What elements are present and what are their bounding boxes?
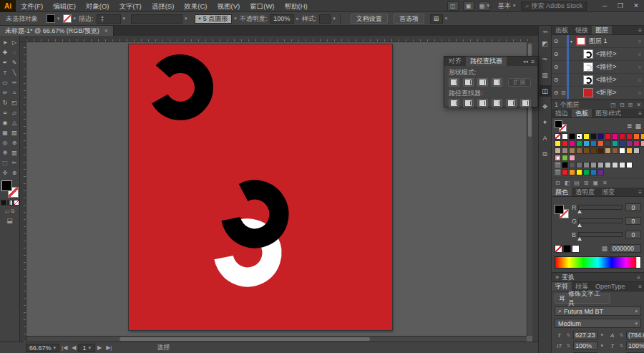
magic-wand-tool[interactable]: ✚: [1, 47, 10, 57]
draw-behind-icon[interactable]: ⧉: [11, 208, 14, 214]
pen-tool[interactable]: ✒: [1, 57, 10, 67]
brush-definition-select[interactable]: •5 点圆形: [195, 14, 233, 24]
vertical-scale-field[interactable]: IT ⇅ 100%▾: [555, 342, 603, 350]
artboard-tool[interactable]: ⬚: [1, 158, 10, 168]
stock-search[interactable]: ⌕搜索 Adobe Stock: [521, 1, 587, 11]
shape-builder-tool[interactable]: ◉: [1, 117, 10, 127]
menu-item[interactable]: 对象(O): [81, 2, 114, 10]
panel-tab[interactable]: 颜色: [552, 188, 572, 196]
direct-selection-tool[interactable]: ▷: [10, 37, 19, 47]
swatch[interactable]: [569, 155, 575, 161]
swatch[interactable]: [562, 162, 568, 168]
swatch-libraries-icon[interactable]: ⊟: [555, 180, 560, 186]
swatch[interactable]: [583, 140, 590, 147]
column-graph-tool[interactable]: ▥: [10, 148, 19, 158]
bridge-icon[interactable]: ◫: [447, 1, 459, 11]
swatch[interactable]: [590, 169, 597, 175]
target-circle[interactable]: ○: [638, 77, 641, 82]
swatch[interactable]: [612, 140, 618, 147]
slider-thumb[interactable]: [577, 210, 582, 213]
swatch[interactable]: [626, 133, 633, 140]
swatch[interactable]: [612, 148, 618, 154]
layer-row[interactable]: ⊙ ⊡ <矩形> ○: [552, 87, 644, 100]
panel-tab[interactable]: 色板: [572, 109, 592, 117]
color-spectrum-bar[interactable]: [555, 256, 641, 269]
crop-button[interactable]: [492, 99, 502, 107]
new-color-group-icon[interactable]: ⊞: [584, 180, 589, 186]
swatch[interactable]: [612, 162, 618, 168]
rectangle-tool[interactable]: ▭: [1, 77, 10, 87]
layer-thumbnail[interactable]: [583, 49, 593, 59]
panel-menu-icon[interactable]: ≡: [638, 109, 644, 117]
menu-item[interactable]: 视图(V): [213, 2, 245, 10]
screen-mode-icon[interactable]: ⬓: [0, 217, 19, 224]
swatch[interactable]: [590, 133, 597, 140]
swatch[interactable]: [569, 133, 575, 140]
new-swatch-icon[interactable]: ▣: [593, 180, 599, 186]
mesh-tool[interactable]: ▦: [1, 127, 10, 137]
layer-label[interactable]: 图层 1: [589, 37, 608, 46]
swatch[interactable]: [576, 148, 582, 154]
target-circle[interactable]: ○: [638, 39, 641, 44]
free-transform-tool[interactable]: ▱: [10, 107, 19, 117]
artwork[interactable]: [129, 44, 392, 330]
swatch[interactable]: [612, 133, 618, 140]
visibility-toggle[interactable]: ⊙: [552, 90, 560, 96]
prev-artboard-button[interactable]: ◀: [72, 344, 76, 351]
close-button[interactable]: ✕: [628, 1, 644, 11]
panel-menu-icon[interactable]: ≡: [638, 26, 644, 34]
document-tab[interactable]: 未标题-1* @ 66.67% (RGB/预览) ×: [0, 26, 114, 36]
swatch[interactable]: [633, 133, 640, 140]
channel-value[interactable]: 0: [625, 203, 641, 211]
expand-arrow[interactable]: ▾: [570, 39, 576, 44]
hand-tool[interactable]: ✣: [1, 168, 10, 178]
swatch[interactable]: [583, 169, 590, 175]
rotate-tool[interactable]: ↻: [1, 97, 10, 107]
make-clip-mask-button[interactable]: ◳: [610, 102, 616, 108]
swatch[interactable]: [555, 140, 561, 147]
swatch[interactable]: [555, 162, 561, 168]
swatch[interactable]: [569, 162, 575, 168]
visibility-toggle[interactable]: ⊙: [552, 38, 560, 44]
delete-swatch-icon[interactable]: ✕: [602, 180, 608, 186]
swatch[interactable]: [597, 148, 604, 154]
swatch[interactable]: [569, 148, 575, 154]
stock-icon[interactable]: ▣: [463, 1, 474, 11]
new-sublayer-button[interactable]: ⊟: [620, 102, 625, 108]
show-swatch-kinds-icon[interactable]: ▤: [574, 180, 580, 186]
panel-tab[interactable]: 图层: [592, 26, 612, 34]
leading-field[interactable]: A ⇅ (784.6)▾: [608, 331, 644, 339]
layer-row[interactable]: ⊙ <路径> ○: [552, 48, 644, 61]
slider-track[interactable]: [578, 232, 623, 237]
lock-toggle[interactable]: ⊡: [560, 90, 567, 96]
color-themes-icon[interactable]: ◧: [565, 180, 570, 186]
delete-layer-button[interactable]: ✕: [636, 102, 641, 108]
menu-item[interactable]: 选择(S): [147, 2, 180, 10]
none-quick-swatch[interactable]: [555, 245, 562, 253]
list-view-icon[interactable]: ≣: [627, 122, 633, 130]
fill-color-swatch[interactable]: [47, 14, 55, 23]
target-circle[interactable]: ○: [638, 52, 641, 57]
divide-button[interactable]: [449, 99, 459, 107]
slider-thumb[interactable]: [577, 223, 582, 227]
menu-item[interactable]: 编辑(E): [48, 2, 81, 10]
zoom-level-select[interactable]: 66.67%▾: [26, 344, 59, 352]
swatch[interactable]: [562, 148, 568, 154]
visibility-toggle[interactable]: ⊙: [552, 51, 560, 57]
width-tool[interactable]: ≍: [1, 107, 10, 117]
layer-label[interactable]: <路径>: [596, 75, 617, 84]
layer-row[interactable]: ⊙ <路径> ○: [552, 74, 644, 87]
gradient-mode-button[interactable]: [7, 200, 13, 205]
swatch[interactable]: [640, 133, 644, 140]
minus-back-button[interactable]: [520, 99, 531, 107]
opacity-input[interactable]: 100%: [270, 14, 294, 24]
color-mode-button[interactable]: [1, 200, 6, 205]
menu-item[interactable]: 帮助(H): [280, 2, 313, 10]
symbol-sprayer-tool[interactable]: ❉: [1, 148, 10, 158]
swatch[interactable]: [633, 148, 640, 154]
appearance-panel-icon[interactable]: ✦: [540, 117, 551, 128]
fill-swatch[interactable]: [1, 180, 12, 191]
slider-thumb[interactable]: [577, 237, 582, 241]
swatch[interactable]: [583, 133, 590, 140]
swatch[interactable]: [590, 162, 597, 168]
